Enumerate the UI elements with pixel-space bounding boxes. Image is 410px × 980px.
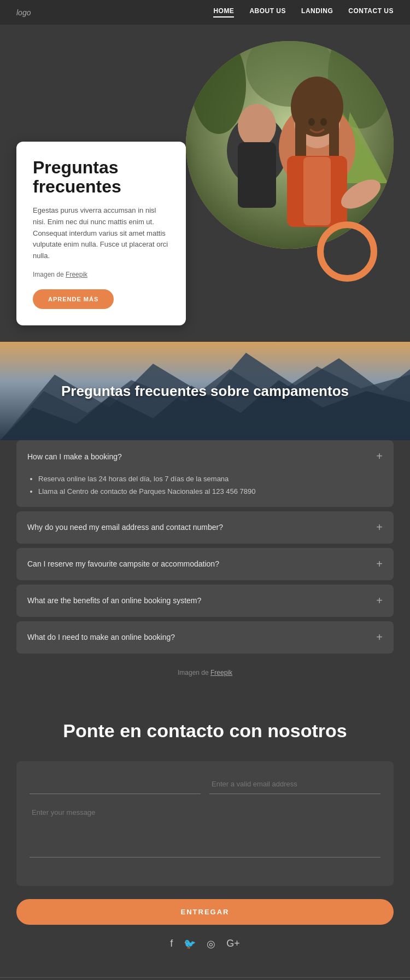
faq-question-text-4: What are the benefits of an online booki…	[27, 596, 201, 605]
svg-rect-13	[329, 112, 339, 161]
nav-links: HOME ABOUT US LANDING CONTACT US	[213, 7, 394, 18]
faq-freepik-link[interactable]: Freepik	[210, 669, 232, 676]
faq-question-text-3: Can I reserve my favourite campsite or a…	[27, 559, 219, 568]
contact-title: Ponte en contacto con nosotros	[16, 720, 394, 742]
googleplus-icon[interactable]: G+	[226, 938, 240, 950]
contact-form	[16, 761, 394, 886]
message-textarea[interactable]	[30, 803, 380, 858]
hero-card-attribution: Imagen de Freepik	[33, 271, 169, 278]
name-input[interactable]	[30, 774, 201, 794]
facebook-icon[interactable]: f	[170, 938, 173, 950]
faq-toggle-5[interactable]: +	[376, 631, 383, 644]
faq-answer-1: Reserva online las 24 horas del día, los…	[16, 472, 394, 507]
svg-point-7	[238, 104, 276, 148]
orange-circle-decoration	[317, 221, 377, 282]
faq-toggle-2[interactable]: +	[376, 521, 383, 534]
faq-question-1[interactable]: How can I make a booking? +	[16, 440, 394, 472]
faq-mountain-banner: Preguntas frecuentes sobre campamentos	[0, 342, 410, 440]
hero-card-text: Egestas purus viverra accumsan in nisl n…	[33, 205, 169, 262]
footer: Sample text. Click to select the text bo…	[0, 977, 410, 980]
svg-rect-17	[303, 157, 331, 225]
contact-section: Ponte en contacto con nosotros ENTREGAR …	[0, 698, 410, 977]
nav-link-contact[interactable]: CONTACT US	[348, 7, 394, 18]
hero-card: Preguntas frecuentes Egestas purus viver…	[16, 142, 186, 325]
faq-item-4: What are the benefits of an online booki…	[16, 585, 394, 617]
svg-point-14	[308, 118, 315, 126]
hero-photo	[186, 41, 394, 249]
nav-logo: logo	[16, 8, 31, 17]
social-icons: f 🐦 ◎ G+	[16, 938, 394, 950]
faq-question-text-5: What do I need to make an online booking…	[27, 633, 175, 641]
instagram-icon[interactable]: ◎	[207, 938, 215, 950]
hero-card-title: Preguntas frecuentes	[33, 158, 169, 196]
faq-question-5[interactable]: What do I need to make an online booking…	[16, 621, 394, 654]
svg-point-15	[320, 118, 327, 126]
faq-toggle-4[interactable]: +	[376, 594, 383, 607]
faq-question-3[interactable]: Can I reserve my favourite campsite or a…	[16, 548, 394, 580]
faq-mountain-title: Preguntas frecuentes sobre campamentos	[50, 383, 360, 400]
faq-answer-item: Reserva online las 24 horas del día, los…	[38, 472, 383, 485]
hero-section: Preguntas frecuentes Egestas purus viver…	[0, 25, 410, 342]
faq-question-text-2: Why do you need my email address and con…	[27, 523, 223, 532]
faq-item-2: Why do you need my email address and con…	[16, 511, 394, 544]
faq-question-4[interactable]: What are the benefits of an online booki…	[16, 585, 394, 617]
faq-question-text-1: How can I make a booking?	[27, 452, 122, 461]
twitter-icon[interactable]: 🐦	[184, 938, 196, 950]
learn-more-button[interactable]: APRENDE MÁS	[33, 289, 114, 309]
submit-button[interactable]: ENTREGAR	[16, 899, 394, 925]
faq-toggle-1[interactable]: +	[376, 450, 383, 463]
nav-link-about[interactable]: ABOUT US	[249, 7, 286, 18]
faq-item-5: What do I need to make an online booking…	[16, 621, 394, 654]
svg-rect-8	[238, 142, 276, 208]
faq-item-1: How can I make a booking? + Reserva onli…	[16, 440, 394, 507]
nav-link-home[interactable]: HOME	[213, 7, 234, 18]
faq-answer-item: Llama al Centro de contacto de Parques N…	[38, 485, 383, 498]
faq-attribution: Imagen de Freepik	[16, 658, 394, 687]
faq-section: How can I make a booking? + Reserva onli…	[0, 440, 410, 698]
faq-item-3: Can I reserve my favourite campsite or a…	[16, 548, 394, 580]
form-row-name-email	[30, 774, 380, 794]
freepik-link[interactable]: Freepik	[66, 271, 87, 278]
nav-link-landing[interactable]: LANDING	[301, 7, 333, 18]
email-input[interactable]	[209, 774, 380, 794]
faq-toggle-3[interactable]: +	[376, 558, 383, 570]
navbar: logo HOME ABOUT US LANDING CONTACT US	[0, 0, 410, 25]
faq-question-2[interactable]: Why do you need my email address and con…	[16, 511, 394, 544]
